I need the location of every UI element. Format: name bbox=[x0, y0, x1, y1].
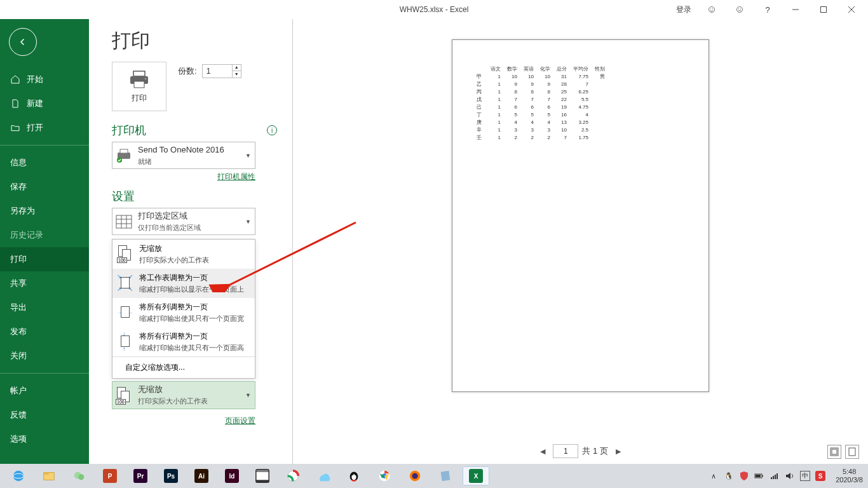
sidebar-item-close[interactable]: 关闭 bbox=[0, 344, 89, 368]
tray-shield-icon[interactable] bbox=[739, 471, 749, 481]
printer-status-icon bbox=[115, 147, 133, 165]
help-button[interactable]: ? bbox=[755, 0, 780, 19]
taskbar-notes-icon[interactable] bbox=[432, 466, 459, 485]
system-tray: ∧ 🐧 中 S 5:48 2020/3/8 bbox=[709, 468, 863, 484]
taskbar-pp-icon[interactable]: P bbox=[97, 466, 123, 485]
login-button[interactable]: 登录 bbox=[671, 0, 696, 19]
svg-rect-26 bbox=[849, 448, 855, 456]
svg-point-39 bbox=[355, 474, 356, 475]
printer-section-header: 打印机 i bbox=[112, 123, 277, 138]
sidebar-item-save[interactable]: 保存 bbox=[0, 175, 89, 199]
sidebar-label: 发布 bbox=[10, 326, 27, 337]
taskbar-ai-icon[interactable]: Ai bbox=[188, 466, 215, 485]
print-settings-panel: 打印 打印 份数: 1 ▲▼ 打印机 i Send To OneNote 201… bbox=[89, 19, 292, 464]
tray-qq-icon[interactable]: 🐧 bbox=[724, 471, 734, 481]
print-button[interactable]: 打印 bbox=[112, 62, 166, 111]
scaling-dropdown: 100 无缩放打印实际大小的工作表 ↘↙↗↖ 将工作表调整为一页缩减打印输出以显… bbox=[112, 239, 255, 379]
sidebar-item-info[interactable]: 信息 bbox=[0, 151, 89, 175]
sidebar-item-export[interactable]: 导出 bbox=[0, 295, 89, 320]
svg-rect-51 bbox=[775, 475, 776, 479]
page-number-input[interactable]: 1 bbox=[553, 444, 578, 458]
taskbar-pr-icon[interactable]: Pr bbox=[127, 466, 154, 485]
sidebar-item-feedback[interactable]: 反馈 bbox=[0, 403, 89, 427]
close-button[interactable] bbox=[839, 0, 864, 19]
sidebar-item-history[interactable]: 历史记录 bbox=[0, 223, 89, 247]
sidebar-label: 保存 bbox=[10, 181, 27, 193]
print-button-label: 打印 bbox=[132, 93, 147, 104]
face-smile-icon[interactable] bbox=[699, 0, 724, 19]
tray-sogou-icon[interactable]: S bbox=[815, 471, 825, 481]
scale-option-fit-rows[interactable]: ↓↑ 将所有行调整为一页缩减打印输出使其只有一个页面高 bbox=[112, 327, 255, 356]
scale-option-fit-columns[interactable]: →← 将所有列调整为一页缩减打印输出使其只有一个页面宽 bbox=[112, 298, 255, 327]
taskbar-explorer-icon[interactable] bbox=[36, 466, 62, 485]
taskbar-wechat-icon[interactable] bbox=[66, 466, 93, 485]
svg-rect-16 bbox=[120, 149, 128, 153]
sidebar-item-home[interactable]: 开始 bbox=[0, 67, 89, 92]
face-sad-icon[interactable] bbox=[727, 0, 752, 19]
next-page-button[interactable]: ▶ bbox=[612, 447, 625, 456]
sidebar-item-options[interactable]: 选项 bbox=[0, 427, 89, 451]
sidebar-item-open[interactable]: 打开 bbox=[0, 116, 89, 140]
taskbar-cloud-icon[interactable] bbox=[310, 466, 337, 485]
sidebar-label: 打印 bbox=[10, 254, 27, 265]
spin-up-icon[interactable]: ▲ bbox=[232, 64, 241, 71]
tray-volume-icon[interactable] bbox=[785, 471, 795, 481]
minimize-button[interactable] bbox=[783, 0, 808, 19]
taskbar-firefox-icon[interactable] bbox=[402, 466, 428, 485]
taskbar-excel-icon[interactable]: X bbox=[463, 466, 489, 485]
scale-selected-display[interactable]: 100 无缩放打印实际大小的工作表 ▼ bbox=[112, 381, 255, 409]
grid-icon bbox=[115, 213, 133, 231]
svg-point-1 bbox=[710, 9, 711, 10]
taskbar-id-icon[interactable]: Id bbox=[219, 466, 245, 485]
page-setup-link[interactable]: 页面设置 bbox=[112, 416, 255, 426]
sidebar-item-print[interactable]: 打印 bbox=[0, 247, 89, 271]
tray-battery-icon[interactable] bbox=[754, 471, 764, 481]
svg-point-5 bbox=[740, 9, 741, 10]
prev-page-button[interactable]: ◀ bbox=[536, 447, 549, 456]
sidebar-item-share[interactable]: 共享 bbox=[0, 271, 89, 295]
taskbar-clock[interactable]: 5:48 2020/3/8 bbox=[831, 468, 863, 484]
sidebar-item-account[interactable]: 帐户 bbox=[0, 379, 89, 403]
taskbar: P Pr Ps Ai Id X ∧ 🐧 中 S 5:48 2020/3/8 bbox=[0, 464, 868, 488]
print-area-select[interactable]: 打印选定区域仅打印当前选定区域 ▼ bbox=[112, 208, 255, 235]
svg-rect-7 bbox=[821, 7, 827, 13]
printer-name: Send To OneNote 2016 bbox=[138, 145, 224, 156]
show-margins-button[interactable] bbox=[827, 445, 841, 459]
back-button[interactable] bbox=[9, 28, 37, 56]
sidebar-label: 另存为 bbox=[10, 205, 35, 217]
zoom-to-page-button[interactable] bbox=[845, 445, 859, 459]
tray-up-icon[interactable]: ∧ bbox=[709, 471, 719, 481]
tray-wifi-icon[interactable] bbox=[770, 471, 780, 481]
svg-rect-49 bbox=[771, 477, 772, 479]
info-icon[interactable]: i bbox=[267, 125, 277, 135]
scale-option-fit-sheet[interactable]: ↘↙↗↖ 将工作表调整为一页缩减打印输出以显示在一个页面上 bbox=[112, 269, 255, 298]
sidebar-label: 导出 bbox=[10, 302, 27, 313]
scale-option-none[interactable]: 100 无缩放打印实际大小的工作表 bbox=[112, 240, 255, 269]
spin-down-icon[interactable]: ▼ bbox=[232, 71, 241, 78]
svg-point-4 bbox=[738, 9, 739, 10]
sidebar-label: 选项 bbox=[10, 433, 27, 445]
sidebar-item-saveas[interactable]: 另存为 bbox=[0, 199, 89, 223]
taskbar-chrome-icon[interactable] bbox=[371, 466, 398, 485]
copies-input[interactable]: 1 ▲▼ bbox=[202, 64, 241, 78]
scale-option-custom[interactable]: 自定义缩放选项... bbox=[112, 356, 255, 378]
tray-ime-icon[interactable]: 中 bbox=[800, 471, 810, 481]
svg-rect-34 bbox=[257, 470, 269, 472]
taskbar-ps-icon[interactable]: Ps bbox=[158, 466, 184, 485]
printer-select[interactable]: Send To OneNote 2016就绪 ▼ bbox=[112, 142, 255, 169]
taskbar-clip-icon[interactable] bbox=[249, 466, 276, 485]
svg-point-0 bbox=[709, 7, 715, 13]
sidebar-item-publish[interactable]: 发布 bbox=[0, 320, 89, 344]
taskbar-browser-icon[interactable] bbox=[5, 466, 32, 485]
preview-table: 语文数学英语化学总分平均分性别甲1101010317.75男乙1999287丙1… bbox=[477, 65, 611, 142]
sidebar-label: 反馈 bbox=[10, 409, 27, 421]
maximize-button[interactable] bbox=[811, 0, 836, 19]
copies-label: 份数: bbox=[178, 65, 197, 77]
svg-rect-13 bbox=[134, 81, 144, 88]
svg-point-38 bbox=[352, 474, 353, 475]
sidebar-item-new[interactable]: 新建 bbox=[0, 92, 89, 116]
sidebar-label: 共享 bbox=[10, 278, 27, 289]
printer-properties-link[interactable]: 打印机属性 bbox=[112, 172, 255, 182]
taskbar-ball-icon[interactable] bbox=[280, 466, 306, 485]
taskbar-qq-icon[interactable] bbox=[341, 466, 367, 485]
